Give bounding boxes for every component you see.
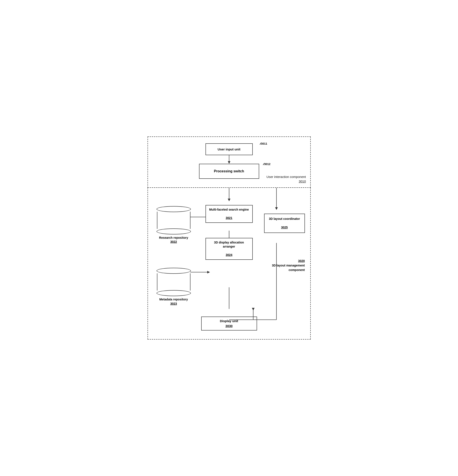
svg-marker-16 [252, 308, 255, 310]
user-input-unit-box: User input unit ∕∕3011 [206, 143, 253, 155]
diagram-wrapper: User interaction component 3010 User inp… [148, 136, 311, 340]
display-allocator-box: 3D display allocation arranger 3024 [206, 238, 253, 260]
svg-marker-1 [228, 161, 230, 164]
metadata-repository: Metadata repository 3023 [157, 268, 191, 306]
search-engine-box: Multi-faceted search engine 3021 [206, 205, 253, 223]
layout-coordinator-box: 3D layout coordinator 3025 [264, 214, 305, 233]
arrow-user-to-switch [226, 155, 232, 164]
processing-switch-ref: ∕∕3012 [263, 162, 270, 166]
user-interaction-label: User interaction component 3010 [266, 175, 306, 184]
display-unit-box: Display unit 3030 [201, 316, 257, 331]
user-input-ref: ∕∕3011 [260, 142, 267, 145]
user-interaction-component-box: User interaction component 3010 User inp… [148, 136, 311, 188]
layout-management-component-box: Research repository 3022 Metadata reposi… [148, 187, 311, 340]
processing-switch-box: Processing switch ∕∕3012 [199, 164, 259, 179]
research-repository: Research repository 3022 [157, 206, 191, 244]
layout-management-label: 3020 3D layout management component [263, 259, 306, 272]
